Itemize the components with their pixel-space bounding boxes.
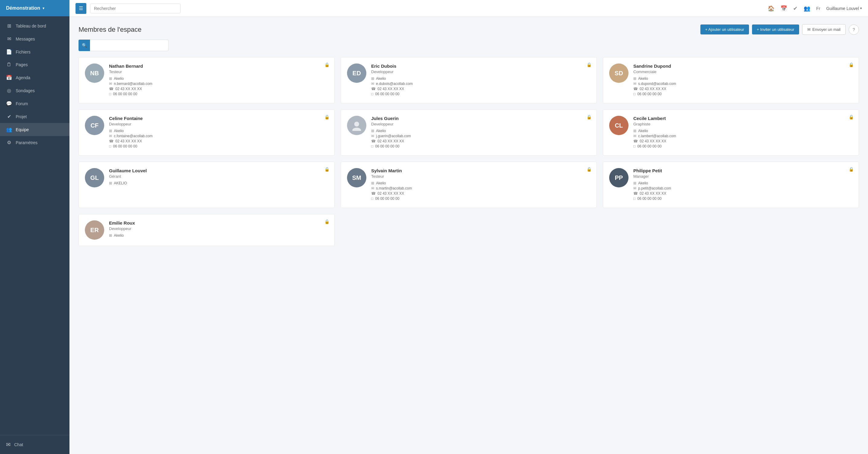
sidebar-item-agenda[interactable]: 📅 Agenda [0, 71, 69, 84]
parametres-icon: ⚙ [6, 140, 12, 145]
sidebar-label-equipe: Equipe [16, 127, 29, 132]
member-company: ⊞ Akelio [633, 77, 852, 81]
member-card[interactable]: NB Nathan Bernard Testeur ⊞ Akelio ✉ n.b… [79, 57, 335, 103]
member-role: Graphiste [633, 122, 852, 126]
brand-chevron: ▾ [42, 6, 44, 10]
member-info: Nathan Bernard Testeur ⊞ Akelio ✉ n.bern… [109, 63, 328, 97]
main-content: ☰ 🏠 📅 ✔ 👥 Fr Guillaume Louvel ▾ Membres … [69, 0, 868, 454]
member-role: Developpeur [371, 69, 590, 74]
phone-icon: ☎ [371, 191, 376, 196]
member-card[interactable]: SM Sylvain Martin Testeur ⊞ Akelio ✉ s.m… [341, 162, 597, 208]
member-company: ⊞ Akelio [371, 181, 590, 185]
email-icon: ✉ [371, 186, 374, 191]
lock-icon: 🔒 [587, 115, 592, 119]
company-icon: ⊞ [109, 181, 112, 185]
team-icon[interactable]: 👥 [804, 5, 810, 12]
member-mobile: □ 06 00 00 00 00 [633, 92, 852, 96]
member-info: Sandrine Dupond Commerciale ⊞ Akelio ✉ s… [633, 63, 852, 97]
sidebar-item-messages[interactable]: ✉ Messages [0, 32, 69, 45]
member-search-input[interactable] [90, 39, 168, 51]
mobile-icon: □ [109, 92, 111, 96]
member-info: Emilie Roux Developpeur ⊞ Akelio [109, 220, 328, 238]
search-icon: 🔍 [82, 43, 87, 48]
member-card[interactable]: CF Celine Fontaine Developpeur ⊞ Akelio … [79, 109, 335, 156]
topbar-right: 🏠 📅 ✔ 👥 Fr Guillaume Louvel ▾ [768, 5, 862, 12]
invite-user-button[interactable]: + Inviter un utilisateur [752, 25, 799, 34]
phone-icon: ☎ [633, 191, 638, 196]
member-name: Sandrine Dupond [633, 63, 852, 68]
member-company: ⊞ Akelio [109, 77, 328, 81]
lock-icon: 🔒 [324, 62, 330, 67]
task-icon[interactable]: ✔ [793, 5, 798, 12]
member-email: ✉ e.dubois@acollab.com [371, 82, 590, 86]
member-info: Jules Guerin Developpeur ⊞ Akelio ✉ j.gu… [371, 116, 590, 149]
member-company: ⊞ Akelio [371, 129, 590, 133]
sidebar-item-pages[interactable]: 🗒 Pages [0, 58, 69, 71]
member-mobile: □ 06 00 00 00 00 [371, 92, 590, 96]
tableau-de-bord-icon: ⊞ [6, 23, 12, 29]
sidebar-label-pages: Pages [16, 62, 28, 67]
sidebar-item-parametres[interactable]: ⚙ Paramètres [0, 136, 69, 149]
member-name: Guillaume Louvel [109, 168, 328, 173]
member-card[interactable]: Jules Guerin Developpeur ⊞ Akelio ✉ j.gu… [341, 109, 597, 156]
search-button[interactable]: 🔍 [79, 39, 90, 51]
email-icon: ✉ [109, 134, 112, 138]
member-email: ✉ n.bernard@acollab.com [109, 82, 328, 86]
brand[interactable]: Démonstration ▾ [0, 0, 69, 16]
sidebar-label-projet: Projet [16, 114, 27, 119]
page-header: Membres de l'espace + Ajouter un utilisa… [79, 24, 859, 35]
topbar-search-input[interactable] [90, 4, 181, 13]
member-mobile: □ 06 00 00 00 00 [371, 196, 590, 201]
sidebar-label-fichiers: Fichiers [16, 50, 31, 54]
member-mobile: □ 06 00 00 00 00 [633, 196, 852, 201]
add-user-label: + Ajouter un utilisateur [705, 27, 744, 32]
sidebar-item-chat[interactable]: ✉ Chat [0, 435, 69, 454]
member-email: ✉ j.guerin@acollab.com [371, 134, 590, 138]
member-phone: ☎ 02 43 XX XX XX [371, 87, 590, 91]
member-mobile: □ 06 00 00 00 00 [109, 92, 328, 96]
member-card[interactable]: ED Eric Dubois Developpeur ⊞ Akelio ✉ e.… [341, 57, 597, 103]
company-icon: ⊞ [633, 77, 637, 81]
chat-label: Chat [14, 442, 23, 447]
lock-icon: 🔒 [849, 167, 854, 172]
sidebar-item-projet[interactable]: ✔ Projet [0, 110, 69, 123]
add-user-button[interactable]: + Ajouter un utilisateur [701, 25, 749, 34]
email-icon: ✉ [633, 186, 637, 191]
member-company: ⊞ AKELIO [109, 181, 328, 185]
brand-label: Démonstration [6, 5, 40, 11]
email-icon: ✉ [633, 134, 637, 138]
avatar [347, 116, 366, 135]
company-icon: ⊞ [371, 129, 374, 133]
calendar-icon[interactable]: 📅 [780, 5, 787, 12]
avatar: CL [609, 116, 628, 135]
search-bar: 🔍 [79, 39, 859, 51]
send-mail-label: Envoyer un mail [812, 27, 840, 32]
lock-icon: 🔒 [849, 115, 854, 119]
agenda-icon: 📅 [6, 75, 12, 80]
sidebar-item-equipe[interactable]: 👥 Equipe [0, 123, 69, 136]
member-card[interactable]: PP Philippe Petit Manager ⊞ Akelio ✉ p.p… [603, 162, 859, 208]
member-card[interactable]: ER Emilie Roux Developpeur ⊞ Akelio 🔒 [79, 214, 335, 246]
forum-icon: 💬 [6, 101, 12, 106]
send-mail-button[interactable]: ✉ Envoyer un mail [802, 24, 846, 35]
sidebar-item-forum[interactable]: 💬 Forum [0, 97, 69, 110]
company-icon: ⊞ [633, 181, 637, 185]
member-company: ⊞ Akelio [633, 181, 852, 185]
menu-button[interactable]: ☰ [75, 3, 86, 14]
member-name: Emilie Roux [109, 220, 328, 226]
sidebar-item-sondages[interactable]: ◎ Sondages [0, 84, 69, 97]
language-selector[interactable]: Fr [816, 6, 820, 11]
member-card[interactable]: GL Guillaume Louvel Gérant ⊞ AKELIO 🔒 [79, 162, 335, 208]
user-menu[interactable]: Guillaume Louvel ▾ [826, 6, 862, 11]
sidebar-item-fichiers[interactable]: 📄 Fichiers [0, 45, 69, 58]
member-card[interactable]: SD Sandrine Dupond Commerciale ⊞ Akelio … [603, 57, 859, 103]
projet-icon: ✔ [6, 114, 12, 119]
lock-icon: 🔒 [587, 62, 592, 67]
email-icon: ✉ [633, 82, 637, 86]
member-card[interactable]: CL Cecile Lambert Graphiste ⊞ Akelio ✉ c… [603, 109, 859, 156]
member-role: Testeur [109, 69, 328, 74]
phone-icon: ☎ [109, 87, 114, 91]
help-button[interactable]: ? [849, 25, 859, 35]
sidebar-item-tableau-de-bord[interactable]: ⊞ Tableau de bord [0, 19, 69, 32]
home-icon[interactable]: 🏠 [768, 5, 774, 12]
